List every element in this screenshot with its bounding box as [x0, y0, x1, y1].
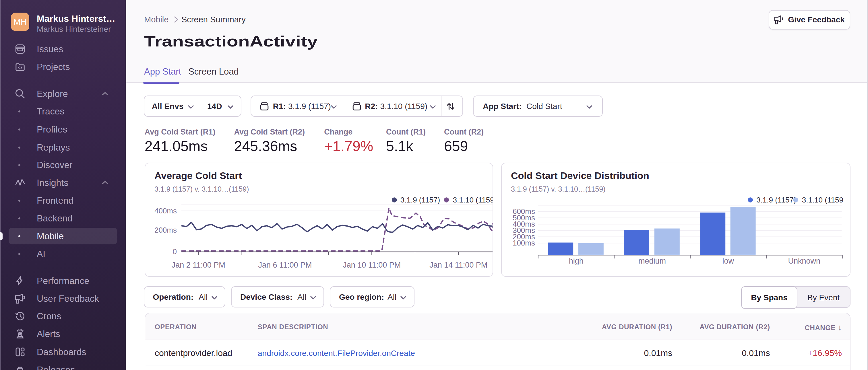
svg-text:3.1.10 (1159: 3.1.10 (1159 — [453, 196, 493, 204]
svg-text:Jan 2 11:00 PM: Jan 2 11:00 PM — [172, 261, 225, 269]
svg-text:3.1.10 (1159: 3.1.10 (1159 — [802, 196, 843, 204]
svg-text:200ms: 200ms — [154, 226, 177, 234]
svg-text:0: 0 — [173, 247, 177, 256]
svg-text:high: high — [569, 257, 584, 265]
svg-text:100ms: 100ms — [513, 239, 535, 247]
svg-text:Jan 10 11:00 PM: Jan 10 11:00 PM — [343, 261, 401, 269]
svg-text:Jan 6 11:00 PM: Jan 6 11:00 PM — [258, 261, 312, 269]
svg-text:3.1.9 (1157): 3.1.9 (1157) — [756, 196, 796, 204]
svg-text:medium: medium — [639, 257, 666, 265]
svg-text:Unknown: Unknown — [788, 257, 820, 265]
svg-text:400ms: 400ms — [154, 206, 177, 215]
svg-text:Jan 14 11:00 PM: Jan 14 11:00 PM — [429, 261, 487, 269]
svg-text:low: low — [722, 257, 734, 265]
svg-text:3.1.9 (1157): 3.1.9 (1157) — [400, 196, 440, 204]
